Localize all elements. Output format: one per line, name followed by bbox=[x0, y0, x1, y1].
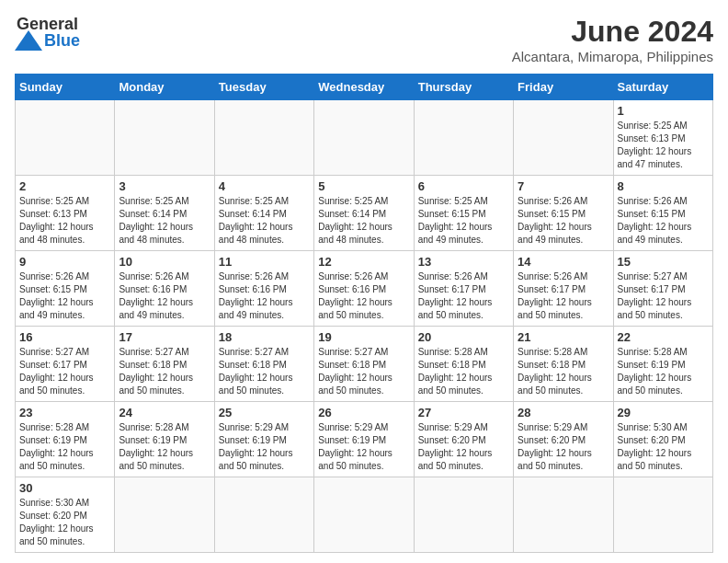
calendar-cell: 15Sunrise: 5:27 AM Sunset: 6:17 PM Dayli… bbox=[613, 251, 712, 327]
calendar-cell bbox=[314, 100, 414, 176]
calendar-week-row: 2Sunrise: 5:25 AM Sunset: 6:13 PM Daylig… bbox=[16, 176, 713, 251]
day-number: 24 bbox=[119, 406, 210, 419]
calendar-cell: 8Sunrise: 5:26 AM Sunset: 6:15 PM Daylig… bbox=[613, 176, 712, 251]
day-info: Sunrise: 5:26 AM Sunset: 6:16 PM Dayligh… bbox=[318, 270, 409, 322]
calendar-cell: 25Sunrise: 5:29 AM Sunset: 6:19 PM Dayli… bbox=[214, 402, 313, 477]
day-info: Sunrise: 5:25 AM Sunset: 6:13 PM Dayligh… bbox=[19, 195, 110, 247]
calendar-cell: 22Sunrise: 5:28 AM Sunset: 6:19 PM Dayli… bbox=[613, 327, 712, 402]
day-number: 25 bbox=[219, 406, 310, 419]
page-header: General Blue June 2024 Alcantara, Mimaro… bbox=[15, 15, 713, 64]
calendar-subtitle: Alcantara, Mimaropa, Philippines bbox=[512, 49, 713, 64]
day-info: Sunrise: 5:26 AM Sunset: 6:15 PM Dayligh… bbox=[618, 195, 709, 247]
day-number: 11 bbox=[219, 255, 310, 269]
day-number: 19 bbox=[318, 330, 409, 344]
calendar-cell: 14Sunrise: 5:26 AM Sunset: 6:17 PM Dayli… bbox=[514, 251, 613, 327]
day-info: Sunrise: 5:27 AM Sunset: 6:17 PM Dayligh… bbox=[618, 270, 709, 322]
day-number: 9 bbox=[19, 255, 110, 269]
calendar-week-row: 1Sunrise: 5:25 AM Sunset: 6:13 PM Daylig… bbox=[16, 100, 713, 176]
day-info: Sunrise: 5:27 AM Sunset: 6:18 PM Dayligh… bbox=[119, 346, 210, 397]
day-number: 1 bbox=[618, 104, 709, 118]
calendar-cell: 26Sunrise: 5:29 AM Sunset: 6:19 PM Dayli… bbox=[314, 402, 414, 477]
day-info: Sunrise: 5:25 AM Sunset: 6:13 PM Dayligh… bbox=[618, 120, 709, 171]
day-number: 29 bbox=[618, 406, 709, 419]
calendar-cell: 12Sunrise: 5:26 AM Sunset: 6:16 PM Dayli… bbox=[314, 251, 414, 327]
day-info: Sunrise: 5:29 AM Sunset: 6:19 PM Dayligh… bbox=[219, 421, 310, 473]
weekday-header-wednesday: Wednesday bbox=[314, 75, 414, 100]
day-number: 16 bbox=[19, 330, 110, 344]
day-info: Sunrise: 5:26 AM Sunset: 6:17 PM Dayligh… bbox=[518, 270, 609, 322]
calendar-cell bbox=[314, 477, 414, 553]
weekday-header-thursday: Thursday bbox=[414, 75, 513, 100]
day-number: 14 bbox=[518, 255, 609, 269]
calendar-cell: 9Sunrise: 5:26 AM Sunset: 6:15 PM Daylig… bbox=[16, 251, 115, 327]
day-number: 20 bbox=[418, 330, 509, 344]
calendar-header-row: SundayMondayTuesdayWednesdayThursdayFrid… bbox=[16, 75, 713, 100]
calendar-cell: 13Sunrise: 5:26 AM Sunset: 6:17 PM Dayli… bbox=[414, 251, 513, 327]
day-info: Sunrise: 5:29 AM Sunset: 6:20 PM Dayligh… bbox=[518, 421, 609, 473]
calendar-cell: 17Sunrise: 5:27 AM Sunset: 6:18 PM Dayli… bbox=[115, 327, 214, 402]
calendar-cell bbox=[514, 100, 613, 176]
calendar-cell: 20Sunrise: 5:28 AM Sunset: 6:18 PM Dayli… bbox=[414, 327, 513, 402]
day-number: 22 bbox=[618, 330, 709, 344]
day-number: 6 bbox=[418, 179, 509, 193]
calendar-main-title: June 2024 bbox=[512, 15, 713, 49]
calendar-cell: 3Sunrise: 5:25 AM Sunset: 6:14 PM Daylig… bbox=[115, 176, 214, 251]
day-number: 18 bbox=[219, 330, 310, 344]
weekday-header-sunday: Sunday bbox=[16, 75, 115, 100]
day-info: Sunrise: 5:25 AM Sunset: 6:14 PM Dayligh… bbox=[119, 195, 210, 247]
day-info: Sunrise: 5:30 AM Sunset: 6:20 PM Dayligh… bbox=[618, 421, 709, 473]
calendar-cell: 2Sunrise: 5:25 AM Sunset: 6:13 PM Daylig… bbox=[16, 176, 115, 251]
calendar-cell bbox=[214, 100, 313, 176]
calendar-cell: 28Sunrise: 5:29 AM Sunset: 6:20 PM Dayli… bbox=[514, 402, 613, 477]
day-info: Sunrise: 5:28 AM Sunset: 6:19 PM Dayligh… bbox=[618, 346, 709, 397]
calendar-cell: 21Sunrise: 5:28 AM Sunset: 6:18 PM Dayli… bbox=[514, 327, 613, 402]
day-number: 23 bbox=[19, 406, 110, 419]
day-number: 5 bbox=[318, 179, 409, 193]
calendar-cell bbox=[115, 477, 214, 553]
weekday-header-monday: Monday bbox=[115, 75, 214, 100]
calendar-cell: 29Sunrise: 5:30 AM Sunset: 6:20 PM Dayli… bbox=[613, 402, 712, 477]
calendar-cell bbox=[115, 100, 214, 176]
day-info: Sunrise: 5:25 AM Sunset: 6:14 PM Dayligh… bbox=[318, 195, 409, 247]
weekday-header-saturday: Saturday bbox=[613, 75, 712, 100]
day-info: Sunrise: 5:29 AM Sunset: 6:20 PM Dayligh… bbox=[418, 421, 509, 473]
calendar-cell: 11Sunrise: 5:26 AM Sunset: 6:16 PM Dayli… bbox=[214, 251, 313, 327]
day-number: 12 bbox=[318, 255, 409, 269]
calendar-cell: 7Sunrise: 5:26 AM Sunset: 6:15 PM Daylig… bbox=[514, 176, 613, 251]
calendar-cell: 4Sunrise: 5:25 AM Sunset: 6:14 PM Daylig… bbox=[214, 176, 313, 251]
calendar-cell bbox=[414, 477, 513, 553]
day-info: Sunrise: 5:28 AM Sunset: 6:19 PM Dayligh… bbox=[19, 421, 110, 473]
calendar-cell bbox=[613, 477, 712, 553]
day-info: Sunrise: 5:26 AM Sunset: 6:15 PM Dayligh… bbox=[19, 270, 110, 322]
day-number: 21 bbox=[518, 330, 609, 344]
calendar-week-row: 30Sunrise: 5:30 AM Sunset: 6:20 PM Dayli… bbox=[16, 477, 713, 553]
day-info: Sunrise: 5:30 AM Sunset: 6:20 PM Dayligh… bbox=[19, 497, 110, 548]
weekday-header-friday: Friday bbox=[514, 75, 613, 100]
calendar-cell: 6Sunrise: 5:25 AM Sunset: 6:15 PM Daylig… bbox=[414, 176, 513, 251]
day-info: Sunrise: 5:28 AM Sunset: 6:18 PM Dayligh… bbox=[418, 346, 509, 397]
calendar-week-row: 16Sunrise: 5:27 AM Sunset: 6:17 PM Dayli… bbox=[16, 327, 713, 402]
calendar-cell: 30Sunrise: 5:30 AM Sunset: 6:20 PM Dayli… bbox=[16, 477, 115, 553]
day-info: Sunrise: 5:27 AM Sunset: 6:18 PM Dayligh… bbox=[219, 346, 310, 397]
logo-blue: Blue bbox=[44, 31, 80, 51]
calendar-week-row: 9Sunrise: 5:26 AM Sunset: 6:15 PM Daylig… bbox=[16, 251, 713, 327]
day-info: Sunrise: 5:26 AM Sunset: 6:15 PM Dayligh… bbox=[518, 195, 609, 247]
day-number: 27 bbox=[418, 406, 509, 419]
calendar-cell bbox=[514, 477, 613, 553]
calendar-cell: 23Sunrise: 5:28 AM Sunset: 6:19 PM Dayli… bbox=[16, 402, 115, 477]
day-number: 10 bbox=[119, 255, 210, 269]
calendar-cell bbox=[414, 100, 513, 176]
day-number: 8 bbox=[618, 179, 709, 193]
calendar-cell: 5Sunrise: 5:25 AM Sunset: 6:14 PM Daylig… bbox=[314, 176, 414, 251]
day-info: Sunrise: 5:28 AM Sunset: 6:18 PM Dayligh… bbox=[518, 346, 609, 397]
day-number: 30 bbox=[19, 481, 110, 495]
calendar-cell: 27Sunrise: 5:29 AM Sunset: 6:20 PM Dayli… bbox=[414, 402, 513, 477]
day-info: Sunrise: 5:26 AM Sunset: 6:17 PM Dayligh… bbox=[418, 270, 509, 322]
day-info: Sunrise: 5:27 AM Sunset: 6:17 PM Dayligh… bbox=[19, 346, 110, 397]
calendar-cell: 10Sunrise: 5:26 AM Sunset: 6:16 PM Dayli… bbox=[115, 251, 214, 327]
calendar-cell: 24Sunrise: 5:28 AM Sunset: 6:19 PM Dayli… bbox=[115, 402, 214, 477]
day-info: Sunrise: 5:26 AM Sunset: 6:16 PM Dayligh… bbox=[119, 270, 210, 322]
day-number: 2 bbox=[19, 179, 110, 193]
calendar-cell: 16Sunrise: 5:27 AM Sunset: 6:17 PM Dayli… bbox=[16, 327, 115, 402]
calendar-cell bbox=[214, 477, 313, 553]
